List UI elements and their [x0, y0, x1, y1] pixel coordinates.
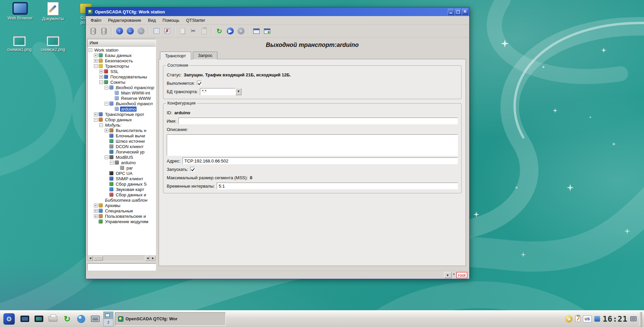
tree-expander-icon[interactable]: − — [105, 86, 108, 89]
tree-item[interactable]: +Транспортные прот — [88, 112, 156, 117]
tree-item[interactable]: Сбор данных S — [88, 181, 156, 187]
tree-expander-icon[interactable]: + — [94, 113, 98, 116]
start-button[interactable]: ▶ — [225, 26, 235, 36]
tree-expander-icon[interactable]: + — [94, 214, 98, 218]
tree-filter-input[interactable] — [87, 263, 156, 271]
tree-expander-icon[interactable]: − — [99, 123, 103, 127]
tree-item[interactable]: −Сокеты — [88, 79, 156, 85]
delete-item-button[interactable]: ✗ — [162, 26, 172, 36]
forward-button[interactable]: → — [136, 26, 146, 36]
window-titlebar[interactable]: OpenSCADA QTCfg: Work station — [86, 7, 469, 16]
tree-item[interactable]: −Модуль: — [88, 122, 156, 128]
paste-button[interactable] — [199, 26, 209, 36]
tree-item[interactable]: −Входной транспор — [88, 85, 156, 90]
tree-item[interactable]: +Безопасность — [88, 58, 156, 63]
tree-item[interactable]: arduino — [88, 106, 156, 112]
menu-help[interactable]: Помощь — [159, 17, 183, 24]
pager-desktop-1[interactable] — [104, 312, 113, 319]
desktop-icon-snapshot-1[interactable]: снимок1.png — [4, 36, 35, 52]
maximize-button[interactable] — [455, 9, 461, 15]
up-button[interactable]: ↑ — [114, 26, 124, 36]
scrollbar-track[interactable] — [93, 256, 145, 261]
tree-item[interactable]: Логический ур — [88, 149, 156, 154]
tree-item[interactable]: OPC UA — [88, 171, 156, 176]
tree-item[interactable]: +Последовательны — [88, 74, 156, 79]
tree-item[interactable]: −Сбор данных — [88, 117, 156, 122]
qt-window-1-button[interactable] — [251, 26, 261, 36]
tree-expander-icon[interactable]: + — [94, 59, 98, 63]
tree-item[interactable]: +Вычислитель н — [88, 128, 156, 133]
desktop-icon-snapshot-2[interactable]: снимок2.png — [38, 36, 68, 52]
running-checkbox[interactable] — [197, 81, 202, 85]
stop-button[interactable]: × — [236, 26, 246, 36]
tab-request[interactable]: Запрос — [193, 52, 217, 59]
keyboard-layout-indicator[interactable]: US — [583, 316, 592, 322]
tree-item[interactable]: −Work station — [88, 47, 156, 53]
tree-expander-icon[interactable]: − — [94, 64, 98, 68]
tree-item[interactable]: Сбор данных и — [88, 192, 156, 197]
cd-tray-icon[interactable] — [565, 315, 573, 323]
desktop-pager[interactable]: 2 — [103, 312, 113, 326]
menu-qtstarter[interactable]: QTStarter — [183, 17, 209, 24]
tree-item[interactable]: +SSL — [88, 69, 156, 74]
tree-item[interactable]: +Специальные — [88, 208, 156, 213]
tree-expander-icon[interactable]: + — [99, 70, 103, 73]
tree-item[interactable]: +Базы данных — [88, 53, 156, 58]
tree-expander-icon[interactable]: + — [105, 129, 108, 132]
tree-item[interactable]: par — [88, 165, 156, 171]
tree-item[interactable]: Библиотека шаблон — [88, 197, 156, 203]
start-checkbox[interactable] — [190, 167, 195, 172]
save-to-db-button[interactable]: ↓ — [99, 26, 109, 36]
desktop-icon-web-browser[interactable]: Web Browser — [5, 2, 36, 20]
close-button[interactable] — [462, 9, 468, 15]
launcher-printer[interactable] — [47, 312, 59, 326]
tree-expander-icon[interactable]: + — [94, 209, 98, 213]
tree-expander-icon[interactable]: − — [99, 80, 103, 84]
tree-item[interactable]: Звуковая карт — [88, 187, 156, 192]
tree-expander-icon[interactable]: − — [105, 155, 108, 159]
launcher-show-desktop[interactable] — [18, 312, 31, 326]
qt-window-2-button[interactable] — [262, 26, 272, 36]
status-combobox[interactable] — [444, 272, 451, 278]
tree-expander-icon[interactable]: + — [94, 54, 98, 57]
user-badge[interactable]: root — [457, 272, 467, 278]
tree-expander-icon[interactable]: − — [94, 118, 98, 122]
chevron-down-icon[interactable] — [235, 88, 241, 95]
launcher-update[interactable]: ↻ — [61, 312, 73, 326]
tree-item[interactable]: −arduino — [88, 160, 156, 165]
scroll-left-icon[interactable] — [145, 256, 150, 261]
name-input[interactable] — [178, 118, 458, 124]
scroll-left-icon[interactable] — [88, 256, 93, 261]
tree-item[interactable]: Шлюз источни — [88, 138, 156, 144]
kmenu-button[interactable] — [1, 312, 17, 326]
tree-expander-icon[interactable]: − — [89, 48, 92, 52]
tree-item[interactable]: Блочный вычи — [88, 133, 156, 138]
cut-button[interactable]: ✂ — [188, 26, 198, 36]
tree-item[interactable]: Управление модулям — [88, 219, 156, 224]
tree-item[interactable]: Main WWW-int — [88, 90, 156, 95]
tree-horizontal-scrollbar[interactable] — [88, 255, 156, 261]
clipboard-tray-icon[interactable] — [575, 316, 580, 322]
clock[interactable]: 16:21 — [603, 315, 628, 323]
tree-item[interactable]: +Архивы — [88, 203, 156, 208]
description-textarea[interactable] — [167, 134, 458, 156]
tree-item[interactable]: −Транспорты — [88, 63, 156, 69]
refresh-button[interactable]: ↻ — [214, 26, 224, 36]
launcher-display-settings[interactable] — [89, 312, 102, 326]
minimize-button[interactable] — [448, 9, 454, 15]
scrollbar-thumb[interactable] — [94, 256, 103, 261]
tree-expander-icon[interactable]: − — [110, 161, 114, 165]
chevron-down-icon[interactable] — [444, 272, 451, 278]
tree-item[interactable]: SNMP клиент — [88, 176, 156, 181]
tree-item[interactable]: +Пользовательские и — [88, 213, 156, 219]
tray-monitor-icon[interactable] — [630, 316, 637, 321]
back-button[interactable]: ← — [125, 26, 135, 36]
address-input[interactable] — [182, 157, 458, 164]
tree-item[interactable]: DCON клиент — [88, 144, 156, 149]
db-combobox[interactable]: *.* — [200, 88, 241, 95]
copy-button[interactable] — [177, 26, 187, 36]
tree-expander-icon[interactable]: + — [99, 75, 103, 79]
scroll-right-icon[interactable] — [150, 256, 156, 261]
launcher-snapshot-tool[interactable] — [33, 312, 45, 326]
desktop-icon-documents[interactable]: Документы — [38, 2, 68, 21]
